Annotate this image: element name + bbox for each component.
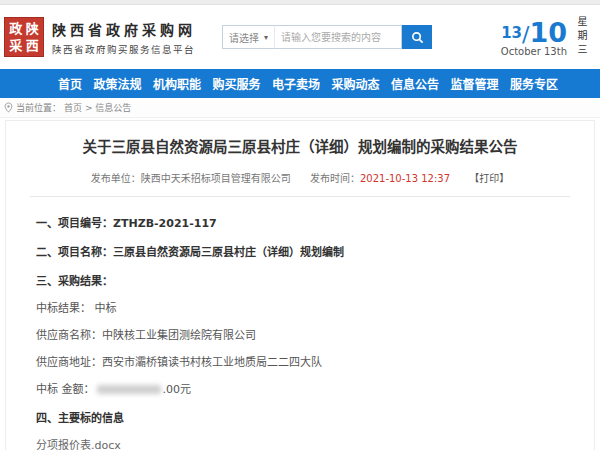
search-input[interactable] xyxy=(274,25,402,49)
result-line: 中标结果： 中标 xyxy=(36,299,560,315)
date-day: 13 xyxy=(501,24,522,42)
supplier-address-line: 供应商地址：西安市灞桥镇读书村核工业地质局二二四大队 xyxy=(36,353,560,369)
nav-item-functions[interactable]: 机构职能 xyxy=(153,75,201,92)
search-category-label: 请选择 xyxy=(229,30,259,45)
supplier-name-line: 供应商名称：中陕核工业集团测绘院有限公司 xyxy=(36,326,560,342)
logo-char: 西 xyxy=(25,38,41,54)
amount-label: 中标 金额： xyxy=(36,383,95,396)
nav-item-service-zone[interactable]: 服务专区 xyxy=(510,75,558,92)
logo-char: 陕 xyxy=(25,21,41,37)
site-titles: 陕西省政府采购网 陕西省政府购买服务信息平台 xyxy=(52,19,196,56)
date-english: October 13th xyxy=(501,46,567,57)
page-title: 关于三原县自然资源局三原县村庄（详细）规划编制的采购结果公告 xyxy=(6,135,594,156)
nav-item-home[interactable]: 首页 xyxy=(58,75,82,92)
announcement-body: 一、项目编号：ZTHZB-2021-117 二、项目名称：三原县自然资源局三原县… xyxy=(6,197,594,450)
nav-item-purchase-services[interactable]: 购买服务 xyxy=(212,75,260,92)
site-subtitle: 陕西省政府购买服务信息平台 xyxy=(52,42,196,56)
date-weekday: 星期三 xyxy=(574,16,588,58)
nav-item-procurement-news[interactable]: 采购动态 xyxy=(331,75,379,92)
search-icon xyxy=(411,31,424,44)
date-widget: 13/10 October 13th 星期三 xyxy=(501,16,590,58)
logo-char: 政 xyxy=(8,21,24,37)
print-button[interactable]: 【打印】 xyxy=(469,173,509,184)
section-project-number: 一、项目编号：ZTHZB-2021-117 xyxy=(36,214,560,230)
nav-item-supervision[interactable]: 监督管理 xyxy=(450,75,498,92)
nav-item-e-market[interactable]: 电子卖场 xyxy=(272,75,320,92)
location-pin-icon xyxy=(4,102,13,113)
section-result-heading: 三、采购结果： xyxy=(36,272,560,288)
breadcrumb: 当前位置： 首页 > 信息公告 xyxy=(0,98,600,118)
section-project-name: 二、项目名称：三原县自然资源局三原县村庄（详细）规划编制 xyxy=(36,243,560,259)
amount-suffix: .00元 xyxy=(163,383,192,396)
date-month: 10 xyxy=(529,17,567,48)
logo-char: 采 xyxy=(8,38,24,54)
section-subject-info: 四、主要标的信息 xyxy=(36,409,560,425)
redacted-amount xyxy=(97,385,161,394)
publisher-value: 陕西中天禾招标项目管理有限公司 xyxy=(141,173,291,184)
nav-item-announcements[interactable]: 信息公告 xyxy=(391,75,439,92)
breadcrumb-label: 当前位置： xyxy=(16,101,61,114)
announcement-panel: 关于三原县自然资源局三原县村庄（详细）规划编制的采购结果公告 发布单位：陕西中天… xyxy=(5,120,595,450)
attachment-link[interactable]: 分项报价表.docx xyxy=(36,436,560,450)
breadcrumb-path[interactable]: 首页 > 信息公告 xyxy=(64,101,131,114)
search-bar: 请选择 ▾ xyxy=(222,25,432,49)
publish-info: 发布单位：陕西中天禾招标项目管理有限公司 发布时间：2021-10-13 12:… xyxy=(6,170,594,185)
search-button[interactable] xyxy=(402,25,432,49)
date-numeric: 13/10 xyxy=(501,17,567,48)
search-category-select[interactable]: 请选择 ▾ xyxy=(222,25,274,49)
publisher-label: 发布单位： xyxy=(91,173,141,184)
publish-time-value: 2021-10-13 12:37 xyxy=(360,173,450,184)
chevron-down-icon: ▾ xyxy=(264,33,268,42)
publish-time-label: 发布时间： xyxy=(310,173,360,184)
site-logo: 政 陕 采 西 xyxy=(4,17,44,57)
main-nav: 首页 政策法规 机构职能 购买服务 电子卖场 采购动态 信息公告 监督管理 服务… xyxy=(0,69,600,98)
site-header: 政 陕 采 西 陕西省政府采购网 陕西省政府购买服务信息平台 请选择 ▾ 13/… xyxy=(0,5,600,69)
site-name: 陕西省政府采购网 xyxy=(52,19,196,39)
nav-item-policies[interactable]: 政策法规 xyxy=(93,75,141,92)
amount-line: 中标 金额：.00元 xyxy=(36,380,560,396)
